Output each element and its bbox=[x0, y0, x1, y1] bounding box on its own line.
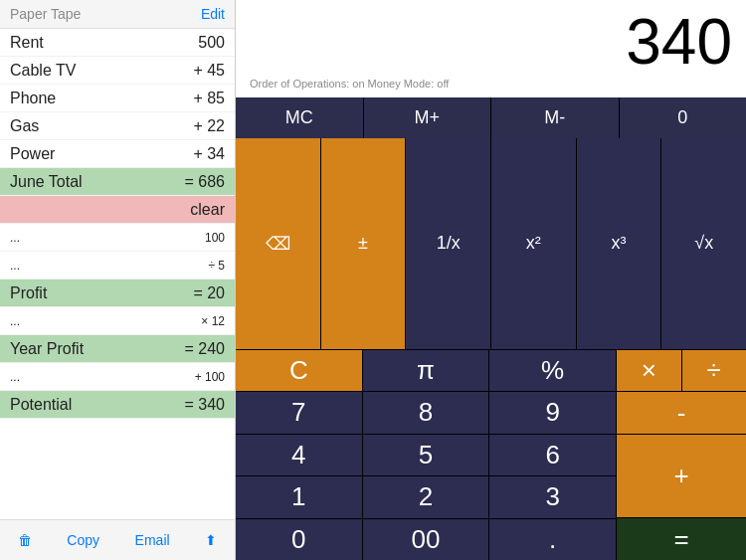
row-label: ... bbox=[10, 314, 20, 328]
six-button[interactable]: 6 bbox=[489, 435, 616, 476]
plus-button[interactable]: + bbox=[617, 435, 746, 517]
trash-icon: 🗑 bbox=[18, 532, 32, 548]
list-item: ... × 12 bbox=[0, 307, 235, 335]
clear-button[interactable]: C bbox=[236, 350, 362, 392]
paper-tape-panel: Paper Tape Edit Rent 500 Cable TV + 45 P… bbox=[0, 0, 236, 560]
row-label: Phone bbox=[10, 90, 56, 107]
list-item: ... + 100 bbox=[0, 363, 235, 391]
list-item: ... ÷ 5 bbox=[0, 252, 235, 280]
row-label: ... bbox=[10, 231, 20, 245]
plusminus-button[interactable]: ± bbox=[321, 138, 406, 349]
one-button[interactable]: 1 bbox=[236, 476, 362, 518]
row-value: = 686 bbox=[185, 173, 225, 191]
calculator-panel: 340 Order of Operations: on Money Mode: … bbox=[236, 0, 746, 560]
list-item: clear bbox=[0, 196, 235, 224]
tape-header: Paper Tape Edit bbox=[0, 0, 235, 29]
two-button[interactable]: 2 bbox=[363, 476, 489, 518]
row-label: Year Profit bbox=[10, 340, 84, 358]
calc-row-5: 1 2 3 bbox=[236, 476, 616, 518]
list-item: June Total = 686 bbox=[0, 168, 235, 196]
row-value: × 12 bbox=[201, 314, 225, 328]
cube-button[interactable]: x³ bbox=[577, 138, 661, 349]
list-item: ... 100 bbox=[0, 224, 235, 252]
calc-op-row-6: = bbox=[617, 518, 746, 560]
row-value: 100 bbox=[205, 231, 225, 245]
row-value: + 45 bbox=[193, 62, 225, 80]
calc-main: C π % 7 8 9 4 5 6 1 bbox=[236, 350, 746, 561]
tape-title: Paper Tape bbox=[10, 6, 81, 22]
mc-button[interactable]: MC bbox=[236, 97, 363, 138]
edit-button[interactable]: Edit bbox=[201, 6, 225, 22]
sqrt-button[interactable]: √x bbox=[661, 138, 746, 349]
copy-button[interactable]: Copy bbox=[59, 528, 107, 552]
list-item: Phone + 85 bbox=[0, 85, 235, 112]
trash-button[interactable]: 🗑 bbox=[10, 528, 40, 552]
equals-button[interactable]: = bbox=[617, 518, 746, 560]
row-label: Rent bbox=[10, 34, 44, 52]
list-item: Potential = 340 bbox=[0, 391, 235, 419]
divide-button[interactable]: ÷ bbox=[682, 350, 747, 392]
row-label: June Total bbox=[10, 173, 83, 191]
minus-button[interactable]: - bbox=[617, 392, 746, 434]
mminus-button[interactable]: M- bbox=[491, 97, 619, 138]
tape-rows: Rent 500 Cable TV + 45 Phone + 85 Gas + … bbox=[0, 29, 235, 519]
row-label: Potential bbox=[10, 396, 72, 414]
pi-button[interactable]: π bbox=[363, 350, 489, 392]
three-button[interactable]: 3 bbox=[489, 476, 616, 518]
square-button[interactable]: x² bbox=[491, 138, 576, 349]
row-value: = 20 bbox=[193, 284, 225, 302]
four-button[interactable]: 4 bbox=[236, 435, 362, 476]
calc-row-3: 7 8 9 bbox=[236, 392, 616, 434]
row-label: ... bbox=[10, 370, 20, 384]
row-label: Power bbox=[10, 145, 55, 163]
five-button[interactable]: 5 bbox=[363, 435, 489, 476]
calc-row-4: 4 5 6 bbox=[236, 435, 616, 476]
reciprocal-button[interactable]: 1/x bbox=[406, 138, 490, 349]
row-value: ÷ 5 bbox=[208, 259, 225, 273]
percent-button[interactable]: % bbox=[489, 350, 616, 392]
calc-row-6: 0 00 . bbox=[236, 519, 616, 561]
tape-footer: 🗑 Copy Email ⬆ bbox=[0, 519, 235, 560]
display-number: 340 bbox=[250, 6, 732, 78]
nine-button[interactable]: 9 bbox=[489, 392, 616, 434]
calc-left: C π % 7 8 9 4 5 6 1 bbox=[236, 350, 616, 561]
calc-op-row-3: - bbox=[617, 392, 746, 434]
list-item: Gas + 22 bbox=[0, 112, 235, 140]
share-button[interactable]: ⬆ bbox=[197, 528, 225, 552]
list-item: Year Profit = 240 bbox=[0, 335, 235, 363]
row-value: = 240 bbox=[185, 340, 225, 358]
row-label: Cable TV bbox=[10, 62, 76, 80]
doublezero-button[interactable]: 00 bbox=[363, 519, 489, 561]
row-label: Gas bbox=[10, 117, 39, 135]
list-item: Cable TV + 45 bbox=[0, 57, 235, 85]
row-label: clear bbox=[190, 201, 225, 219]
row-value: + 34 bbox=[193, 145, 225, 163]
multiply-button[interactable]: × bbox=[617, 350, 681, 392]
row-label: Profit bbox=[10, 284, 47, 302]
display-info: Order of Operations: on Money Mode: off bbox=[250, 78, 732, 93]
calc-row-1: ⌫ ± 1/x x² x³ √x bbox=[236, 138, 746, 349]
list-item: Rent 500 bbox=[0, 29, 235, 57]
share-icon: ⬆ bbox=[205, 532, 217, 548]
display-area: 340 Order of Operations: on Money Mode: … bbox=[236, 0, 746, 97]
row-label: ... bbox=[10, 259, 20, 273]
eight-button[interactable]: 8 bbox=[363, 392, 489, 434]
memory-value: 0 bbox=[620, 97, 747, 138]
mplus-button[interactable]: M+ bbox=[364, 97, 491, 138]
row-value: + 100 bbox=[195, 370, 225, 384]
row-value: = 340 bbox=[185, 396, 225, 414]
decimal-button[interactable]: . bbox=[489, 519, 616, 561]
email-button[interactable]: Email bbox=[127, 528, 178, 552]
backspace-button[interactable]: ⌫ bbox=[236, 138, 320, 349]
seven-button[interactable]: 7 bbox=[236, 392, 362, 434]
calc-buttons: ⌫ ± 1/x x² x³ √x C π % 7 8 9 bbox=[236, 138, 746, 560]
calc-op-row-2: × ÷ bbox=[617, 350, 746, 392]
row-value: + 22 bbox=[193, 117, 225, 135]
list-item: Profit = 20 bbox=[0, 280, 235, 307]
row-value: 500 bbox=[198, 34, 225, 52]
zero-button[interactable]: 0 bbox=[236, 519, 362, 561]
list-item: Power + 34 bbox=[0, 140, 235, 168]
calc-row-2: C π % bbox=[236, 350, 616, 392]
row-value: + 85 bbox=[193, 90, 225, 107]
memory-row: MC M+ M- 0 bbox=[236, 97, 746, 138]
